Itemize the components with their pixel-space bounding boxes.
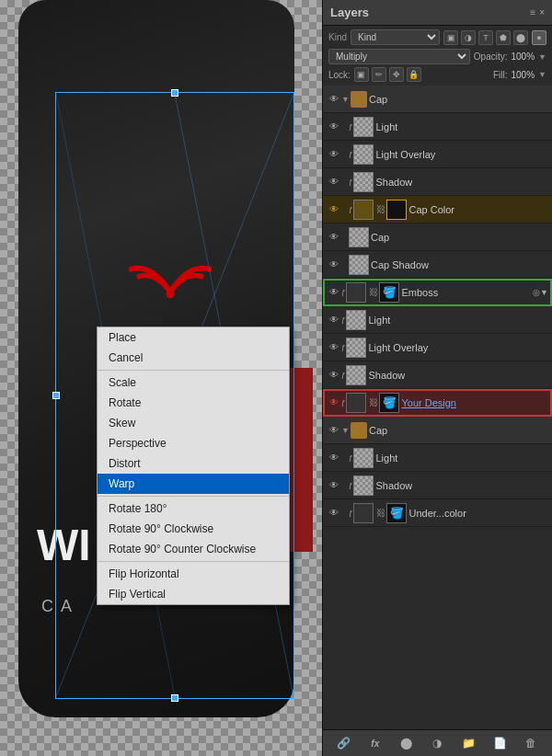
lock-row: Lock: ▣ ✏ ✥ 🔒 Fill: 100% ▼ [328, 67, 546, 82]
filter-toggle[interactable]: ● [532, 30, 546, 45]
eye-shadow-1[interactable]: 👁 [327, 175, 341, 189]
layer-row-light-3[interactable]: 👁 ƒ Light [323, 444, 552, 472]
layer-row-cap-shadow[interactable]: 👁 Cap Shadow [323, 251, 552, 279]
filter-shape-icon[interactable]: ⬟ [496, 30, 511, 45]
eye-shadow-3[interactable]: 👁 [327, 478, 341, 493]
layer-row-light-overlay-2[interactable]: 👁 ƒ Light Overlay [323, 334, 552, 361]
opacity-value[interactable]: 100% [512, 52, 535, 62]
eye-your-design[interactable]: 👁 [327, 395, 341, 410]
thumb-light-overlay-1 [353, 144, 374, 165]
lock-brush-icon[interactable]: ✏ [372, 67, 386, 82]
layer-row-cap-color[interactable]: 👁 ƒ ⛓ Cap Color [323, 196, 552, 223]
f-badge-cap-color: ƒ [349, 205, 352, 213]
footer-adjustment-icon[interactable]: ◑ [428, 734, 446, 752]
expand-cap-group-2[interactable]: ▼ [341, 426, 351, 435]
panel-footer: 🔗 fx ⬤ ◑ 📁 📄 🗑 [323, 729, 552, 756]
context-menu-sep-1 [98, 370, 289, 371]
footer-new-layer-icon[interactable]: 📄 [490, 734, 509, 752]
layer-name-light-overlay-2: Light Overlay [368, 342, 548, 353]
layer-row-cap-group[interactable]: 👁 ▼ Cap [323, 86, 552, 113]
eye-cap-group-2[interactable]: 👁 [327, 423, 341, 438]
layer-row-cap[interactable]: 👁 Cap [323, 223, 552, 251]
footer-mask-icon[interactable]: ⬤ [397, 734, 416, 752]
context-menu[interactable]: Place Cancel Scale Rotate Skew Perspecti… [97, 326, 290, 605]
eye-under-color[interactable]: 👁 [327, 506, 341, 521]
thumb-emboss-2: 🪣 [379, 282, 399, 303]
eye-light-1[interactable]: 👁 [327, 120, 341, 134]
filter-type-icon[interactable]: T [478, 30, 493, 45]
layer-name-cap-group-2: Cap [369, 425, 548, 436]
footer-trash-icon[interactable]: 🗑 [522, 734, 540, 752]
layer-row-cap-group-2[interactable]: 👁 ▼ Cap [323, 417, 552, 444]
lock-icons: ▣ ✏ ✥ 🔒 [354, 67, 421, 82]
f-badge-under-color: ƒ [349, 509, 352, 517]
context-menu-cancel[interactable]: Cancel [98, 348, 289, 368]
context-menu-distort[interactable]: Distort [98, 453, 289, 474]
context-menu-place[interactable]: Place [98, 327, 289, 348]
blend-mode-select[interactable]: Multiply [328, 49, 470, 64]
layer-name-your-design[interactable]: Your Design [401, 397, 548, 408]
filter-icons: ▣ ◑ T ⬟ ⬤ [443, 30, 528, 45]
context-menu-rotate90cw[interactable]: Rotate 90° Clockwise [98, 519, 289, 539]
lock-all-icon[interactable]: 🔒 [407, 67, 421, 82]
layer-name-cap-group: Cap [369, 94, 548, 105]
layer-row-light-1[interactable]: 👁 ƒ Light [323, 113, 552, 141]
context-menu-perspective[interactable]: Perspective [98, 433, 289, 453]
context-menu-rotate180[interactable]: Rotate 180° [98, 498, 289, 519]
eye-cap-group[interactable]: 👁 [327, 92, 341, 107]
layer-name-light-2: Light [368, 315, 548, 326]
panel-close-icon[interactable]: × [539, 7, 545, 17]
footer-link-icon[interactable]: 🔗 [335, 734, 353, 752]
f-badge-light-overlay-2: ƒ [341, 343, 345, 351]
opacity-arrow[interactable]: ▼ [538, 52, 546, 62]
context-menu-scale[interactable]: Scale [98, 372, 289, 393]
thumb-under-color-2: 🪣 [386, 503, 407, 523]
layer-name-under-color: Under...color [408, 508, 548, 519]
eye-shadow-2[interactable]: 👁 [327, 368, 341, 383]
filter-adjustment-icon[interactable]: ◑ [461, 30, 476, 45]
context-menu-flip-h[interactable]: Flip Horizontal [98, 564, 289, 584]
svg-point-0 [167, 290, 175, 298]
layer-row-light-overlay-1[interactable]: 👁 ƒ Light Overlay [323, 141, 552, 168]
blend-row: Multiply Opacity: 100% ▼ [328, 49, 546, 64]
panel-menu-icon[interactable]: ≡ [530, 7, 535, 17]
layer-row-emboss[interactable]: 👁 ƒ ⛓ 🪣 Emboss ◎▼ [323, 279, 552, 306]
folder-icon-cap-2 [351, 422, 367, 439]
filter-smart-icon[interactable]: ⬤ [513, 30, 528, 45]
eye-light-overlay-2[interactable]: 👁 [327, 340, 341, 355]
thumb-under-color-1 [353, 503, 374, 523]
can-text-wi: WI [37, 520, 91, 570]
expand-cap-group[interactable]: ▼ [341, 95, 351, 104]
filter-pixel-icon[interactable]: ▣ [443, 30, 458, 45]
context-menu-flip-v[interactable]: Flip Vertical [98, 584, 289, 604]
fill-value[interactable]: 100% [512, 70, 535, 80]
layer-row-shadow-3[interactable]: 👁 ƒ Shadow [323, 472, 552, 499]
footer-folder-icon[interactable]: 📁 [459, 734, 477, 752]
eye-cap-shadow[interactable]: 👁 [327, 258, 341, 272]
eye-emboss[interactable]: 👁 [327, 285, 341, 300]
lock-checkerboard-icon[interactable]: ▣ [354, 67, 369, 82]
eye-light-overlay-1[interactable]: 👁 [327, 147, 341, 162]
context-menu-rotate[interactable]: Rotate [98, 393, 289, 413]
layer-row-under-color[interactable]: 👁 ƒ ⛓ 🪣 Under...color [323, 499, 552, 527]
eye-light-2[interactable]: 👁 [327, 313, 341, 327]
fill-arrow[interactable]: ▼ [538, 70, 546, 79]
context-menu-skew[interactable]: Skew [98, 413, 289, 433]
eye-light-3[interactable]: 👁 [327, 451, 341, 465]
lock-move-icon[interactable]: ✥ [389, 67, 404, 82]
layers-list[interactable]: 👁 ▼ Cap 👁 ƒ Light 👁 ƒ Light Overlay 👁 ƒ [323, 86, 552, 729]
eye-cap[interactable]: 👁 [327, 230, 341, 245]
layer-name-emboss: Emboss [401, 287, 531, 298]
layer-row-shadow-1[interactable]: 👁 ƒ Shadow [323, 168, 552, 196]
layer-row-shadow-2[interactable]: 👁 ƒ Shadow [323, 361, 552, 389]
footer-fx-icon[interactable]: fx [366, 734, 385, 752]
eye-cap-color[interactable]: 👁 [327, 202, 341, 217]
layer-row-light-2[interactable]: 👁 ƒ Light [323, 306, 552, 334]
context-menu-warp[interactable]: Warp [98, 474, 289, 494]
f-badge-emboss: ƒ [341, 288, 345, 296]
context-menu-rotate90ccw[interactable]: Rotate 90° Counter Clockwise [98, 539, 289, 559]
layer-row-your-design[interactable]: 👁 ƒ ⛓ 🪣 Your Design [323, 389, 552, 417]
opacity-label: Opacity: [474, 52, 508, 62]
filter-select[interactable]: Kind [351, 29, 440, 45]
layer-name-shadow-3: Shadow [375, 480, 548, 491]
